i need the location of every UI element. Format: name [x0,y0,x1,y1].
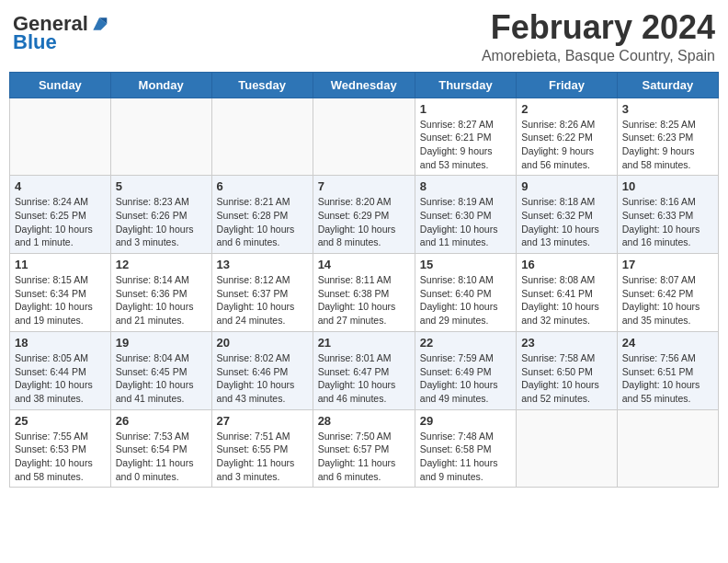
day-info: Sunrise: 7:55 AM Sunset: 6:53 PM Dayligh… [15,430,106,484]
day-number: 20 [217,336,308,350]
calendar-week-row: 1Sunrise: 8:27 AM Sunset: 6:21 PM Daylig… [10,98,719,176]
calendar-cell [211,98,313,176]
calendar-cell: 25Sunrise: 7:55 AM Sunset: 6:53 PM Dayli… [10,409,111,488]
day-number: 26 [116,414,207,428]
calendar-table: SundayMondayTuesdayWednesdayThursdayFrid… [9,72,719,488]
calendar-cell: 28Sunrise: 7:50 AM Sunset: 6:57 PM Dayli… [313,409,415,488]
day-number: 10 [622,179,713,193]
day-number: 23 [521,336,612,350]
day-number: 19 [116,336,207,350]
calendar-cell: 20Sunrise: 8:02 AM Sunset: 6:46 PM Dayli… [211,331,313,409]
calendar-cell: 24Sunrise: 7:56 AM Sunset: 6:51 PM Dayli… [617,331,718,409]
day-info: Sunrise: 8:14 AM Sunset: 6:36 PM Dayligh… [116,273,207,327]
day-info: Sunrise: 8:24 AM Sunset: 6:25 PM Dayligh… [15,195,106,249]
day-info: Sunrise: 8:16 AM Sunset: 6:33 PM Dayligh… [622,195,713,249]
calendar-cell [313,98,415,176]
calendar-cell [517,409,618,488]
day-number: 27 [217,414,308,428]
day-info: Sunrise: 7:48 AM Sunset: 6:58 PM Dayligh… [420,430,511,484]
day-info: Sunrise: 7:53 AM Sunset: 6:54 PM Dayligh… [116,430,207,484]
calendar-cell: 17Sunrise: 8:07 AM Sunset: 6:42 PM Dayli… [617,254,718,332]
day-info: Sunrise: 8:11 AM Sunset: 6:38 PM Dayligh… [318,273,410,327]
day-info: Sunrise: 8:05 AM Sunset: 6:44 PM Dayligh… [15,351,106,406]
calendar-cell: 23Sunrise: 7:58 AM Sunset: 6:50 PM Dayli… [517,331,618,409]
day-number: 2 [521,102,612,116]
logo-icon [90,15,108,33]
calendar-header-row: SundayMondayTuesdayWednesdayThursdayFrid… [10,72,719,98]
calendar-cell: 8Sunrise: 8:19 AM Sunset: 6:30 PM Daylig… [415,176,516,254]
calendar-cell: 2Sunrise: 8:26 AM Sunset: 6:22 PM Daylig… [517,98,618,176]
logo: General Blue [13,13,108,53]
calendar-cell: 3Sunrise: 8:25 AM Sunset: 6:23 PM Daylig… [617,98,718,176]
calendar-week-row: 11Sunrise: 8:15 AM Sunset: 6:34 PM Dayli… [10,254,719,332]
day-number: 5 [116,179,207,193]
day-number: 29 [420,414,511,428]
calendar-week-row: 25Sunrise: 7:55 AM Sunset: 6:53 PM Dayli… [10,409,719,488]
day-number: 28 [318,414,410,428]
day-info: Sunrise: 7:59 AM Sunset: 6:49 PM Dayligh… [420,351,511,406]
day-number: 7 [318,179,410,193]
day-info: Sunrise: 7:51 AM Sunset: 6:55 PM Dayligh… [217,430,308,484]
day-number: 12 [116,258,207,271]
day-header-sunday: Sunday [10,72,111,98]
day-number: 15 [420,258,511,271]
day-info: Sunrise: 8:25 AM Sunset: 6:23 PM Dayligh… [622,118,713,172]
day-number: 14 [318,258,410,271]
day-number: 17 [622,258,713,271]
day-info: Sunrise: 8:15 AM Sunset: 6:34 PM Dayligh… [15,273,106,327]
calendar-cell: 6Sunrise: 8:21 AM Sunset: 6:28 PM Daylig… [211,176,313,254]
day-info: Sunrise: 8:10 AM Sunset: 6:40 PM Dayligh… [420,273,511,327]
day-info: Sunrise: 8:23 AM Sunset: 6:26 PM Dayligh… [116,195,207,249]
day-number: 21 [318,336,410,350]
day-number: 24 [622,336,713,350]
calendar-cell: 18Sunrise: 8:05 AM Sunset: 6:44 PM Dayli… [10,331,111,409]
day-number: 13 [217,258,308,271]
calendar-cell: 21Sunrise: 8:01 AM Sunset: 6:47 PM Dayli… [313,331,415,409]
location-title: Amorebieta, Basque Country, Spain [482,48,715,64]
day-info: Sunrise: 8:01 AM Sunset: 6:47 PM Dayligh… [318,351,410,406]
calendar-cell: 11Sunrise: 8:15 AM Sunset: 6:34 PM Dayli… [10,254,111,332]
day-info: Sunrise: 8:26 AM Sunset: 6:22 PM Dayligh… [521,118,612,172]
calendar-cell [110,98,211,176]
day-number: 3 [622,102,713,116]
day-info: Sunrise: 8:27 AM Sunset: 6:21 PM Dayligh… [420,118,511,172]
day-info: Sunrise: 7:56 AM Sunset: 6:51 PM Dayligh… [622,351,713,406]
day-info: Sunrise: 8:18 AM Sunset: 6:32 PM Dayligh… [521,195,612,249]
calendar-cell: 22Sunrise: 7:59 AM Sunset: 6:49 PM Dayli… [415,331,516,409]
calendar-cell: 13Sunrise: 8:12 AM Sunset: 6:37 PM Dayli… [211,254,313,332]
day-header-thursday: Thursday [415,72,516,98]
day-info: Sunrise: 8:21 AM Sunset: 6:28 PM Dayligh… [217,195,308,249]
day-info: Sunrise: 8:02 AM Sunset: 6:46 PM Dayligh… [217,351,308,406]
calendar-cell: 7Sunrise: 8:20 AM Sunset: 6:29 PM Daylig… [313,176,415,254]
day-number: 18 [15,336,106,350]
title-section: February 2024 Amorebieta, Basque Country… [482,9,715,64]
day-header-friday: Friday [517,72,618,98]
day-info: Sunrise: 8:19 AM Sunset: 6:30 PM Dayligh… [420,195,511,249]
calendar-cell: 14Sunrise: 8:11 AM Sunset: 6:38 PM Dayli… [313,254,415,332]
month-title: February 2024 [482,9,715,46]
calendar-cell: 5Sunrise: 8:23 AM Sunset: 6:26 PM Daylig… [110,176,211,254]
day-number: 11 [15,258,106,271]
day-info: Sunrise: 8:07 AM Sunset: 6:42 PM Dayligh… [622,273,713,327]
day-header-monday: Monday [110,72,211,98]
day-number: 4 [15,179,106,193]
day-info: Sunrise: 8:12 AM Sunset: 6:37 PM Dayligh… [217,273,308,327]
day-info: Sunrise: 7:50 AM Sunset: 6:57 PM Dayligh… [318,430,410,484]
calendar-cell [10,98,111,176]
day-number: 22 [420,336,511,350]
day-header-tuesday: Tuesday [211,72,313,98]
calendar-cell [617,409,718,488]
day-header-saturday: Saturday [617,72,718,98]
calendar-cell: 4Sunrise: 8:24 AM Sunset: 6:25 PM Daylig… [10,176,111,254]
day-number: 8 [420,179,511,193]
calendar-cell: 1Sunrise: 8:27 AM Sunset: 6:21 PM Daylig… [415,98,516,176]
calendar-cell: 27Sunrise: 7:51 AM Sunset: 6:55 PM Dayli… [211,409,313,488]
day-number: 25 [15,414,106,428]
calendar-week-row: 18Sunrise: 8:05 AM Sunset: 6:44 PM Dayli… [10,331,719,409]
calendar-week-row: 4Sunrise: 8:24 AM Sunset: 6:25 PM Daylig… [10,176,719,254]
calendar-cell: 9Sunrise: 8:18 AM Sunset: 6:32 PM Daylig… [517,176,618,254]
day-number: 9 [521,179,612,193]
calendar-cell: 16Sunrise: 8:08 AM Sunset: 6:41 PM Dayli… [517,254,618,332]
day-number: 1 [420,102,511,116]
day-info: Sunrise: 8:20 AM Sunset: 6:29 PM Dayligh… [318,195,410,249]
